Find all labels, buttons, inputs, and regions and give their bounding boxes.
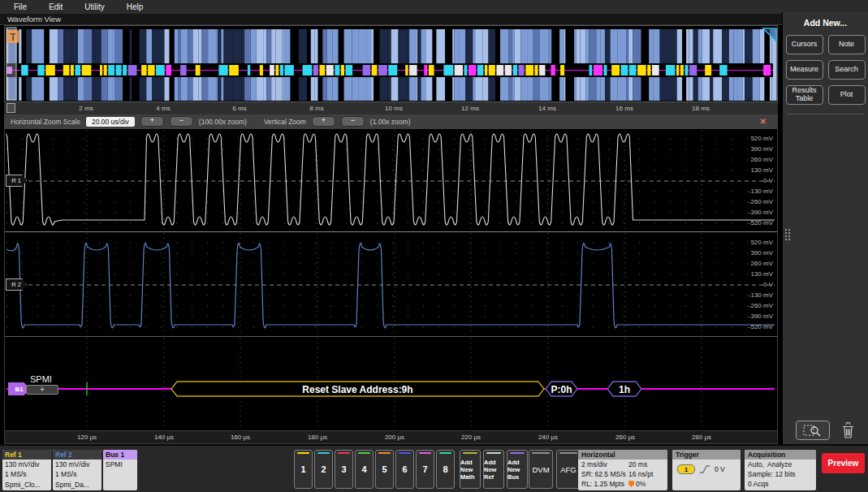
function-buttons: DVM AFG (529, 450, 581, 489)
channel-buttons: 12345678 (294, 450, 455, 489)
sidebar: Add New... CursorsNoteMeasureSearchResul… (782, 12, 868, 444)
menu-item-utility[interactable]: Utility (84, 2, 104, 11)
close-zoom-icon[interactable]: ✕ (760, 117, 767, 126)
v-zoom-label: Vertical Zoom (264, 118, 306, 126)
overview-strip[interactable]: T (4, 25, 778, 102)
bus-badge[interactable]: Bus 1SPMI (103, 450, 137, 490)
add-new-math-button[interactable]: Add New Math (460, 450, 481, 489)
zoom-region-handle[interactable] (6, 103, 15, 113)
overview-axis-label: 6 ms (232, 105, 246, 112)
dvm-button[interactable]: DVM (529, 450, 553, 489)
voltage-axis-label: -520 mV (718, 323, 773, 331)
horizontal-value: SR: 62.5 MS/s (581, 469, 628, 479)
overview-axis-label: 12 ms (461, 105, 479, 112)
voltage-axis-label: 520 mV (718, 239, 773, 247)
svg-text:Reset Slave Address:9h: Reset Slave Address:9h (302, 384, 412, 395)
graticule[interactable]: Reset Slave Address:9hP:0h1h R 1 R 2 B1 … (4, 128, 778, 444)
v-zoom-plus-button[interactable]: + (312, 116, 335, 127)
afg-button[interactable]: AFG (556, 450, 581, 489)
menu-item-file[interactable]: File (14, 2, 27, 11)
horizontal-rows: 2 ms/div20 msSR: 62.5 MS/s16 ns/ptRL: 1.… (578, 460, 667, 489)
channel-label: 8 (443, 464, 447, 474)
button-label: Add New Bus (507, 459, 527, 481)
channel-3-button[interactable]: 3 (335, 450, 353, 489)
preview-button[interactable]: Preview (822, 453, 865, 473)
add-new-ref-button[interactable]: Add New Ref (483, 450, 504, 489)
overview-axis-label: 4 ms (156, 105, 170, 112)
channel-label: 4 (361, 464, 366, 474)
trash-icon[interactable] (840, 422, 856, 439)
waveform-view-tab[interactable]: Waveform View (0, 14, 782, 25)
acquisition-panel[interactable]: Acquisition Auto, AnalyzeSample: 12 bits… (745, 450, 816, 490)
channel-label: 5 (382, 464, 386, 474)
h-zoom-plus-button[interactable]: + (140, 116, 164, 127)
horizontal-value: RL: 1.25 Mpts (581, 479, 628, 489)
ref-badge-line: Spmi_Da... (53, 480, 101, 490)
channel-1-button[interactable]: 1 (294, 450, 313, 489)
menu-item-help[interactable]: Help (127, 2, 144, 11)
voltage-axis-label: -520 mV (718, 219, 773, 227)
v-zoom-readout: (1.00x zoom) (370, 118, 411, 126)
add-new-results-table-button[interactable]: Results Table (786, 85, 823, 105)
channel-color-stripe (439, 452, 451, 454)
overview-waveform: T (5, 26, 777, 101)
voltage-axis-label: 390 mV (718, 145, 773, 153)
channel-5-button[interactable]: 5 (375, 450, 394, 489)
overview-axis-label: 14 ms (538, 105, 556, 112)
button-label: Add New Math (460, 459, 480, 481)
drag-handle-icon[interactable] (785, 229, 790, 240)
channel-color-stripe (317, 452, 330, 454)
ref-badge[interactable]: Ref 2130 mV/div1 MS/sSpmi_Da... (53, 450, 101, 490)
button-color-stripe (559, 452, 577, 454)
channel-7-button[interactable]: 7 (416, 450, 434, 489)
add-new-note-button[interactable]: Note (828, 35, 866, 54)
menu-item-edit[interactable]: Edit (49, 2, 63, 11)
v-zoom-minus-button[interactable]: − (341, 116, 365, 127)
zoom-select-icon (803, 424, 823, 437)
acquisition-line: Auto, Analyze (745, 460, 816, 469)
h-zoom-minus-button[interactable]: − (170, 116, 193, 127)
channel-4-button[interactable]: 4 (355, 450, 374, 489)
horizontal-row: RL: 1.25 Mpts0% (578, 479, 667, 489)
channel-6-button[interactable]: 6 (395, 450, 414, 489)
trigger-panel[interactable]: Trigger 1 0 V (672, 450, 741, 490)
button-color-stripe (486, 452, 501, 454)
status-bar: Ref 1130 mV/div1 MS/sSpmi_Clo...Ref 2130… (0, 444, 868, 492)
marker-icon (628, 481, 634, 487)
add-new-cursors-button[interactable]: Cursors (786, 35, 823, 54)
zoom-select-button[interactable] (796, 421, 830, 440)
horizontal-value: 20 ms (628, 460, 647, 469)
overview-axis-label: 2 ms (79, 105, 93, 112)
waveform-plot: Reset Slave Address:9hP:0h1h (5, 129, 777, 430)
bus-expand-button[interactable]: + (26, 385, 58, 395)
svg-text:1h: 1h (619, 384, 630, 395)
zoom-controls-bar: Horizontal Zoom Scale 20.00 us/div + − (… (4, 114, 778, 128)
horizontal-title: Horizontal (578, 450, 667, 460)
channel-label: 7 (422, 464, 427, 474)
add-new-measure-button[interactable]: Measure (786, 60, 823, 80)
dvm-label: DVM (532, 465, 549, 474)
channel-8-button[interactable]: 8 (436, 450, 455, 489)
voltage-axis-label: -260 mV (718, 302, 773, 310)
acquisition-title: Acquisition (745, 450, 816, 460)
add-new-title: Add New... (783, 18, 868, 28)
channel-2-button[interactable]: 2 (314, 450, 333, 489)
ref-badge-title: Ref 2 (53, 450, 101, 460)
voltage-axis-label: 130 mV (718, 166, 773, 175)
channel-color-stripe (297, 452, 309, 454)
ref-badge[interactable]: Ref 1130 mV/div1 MS/sSpmi_Clo... (2, 450, 51, 490)
zoom-axis-label: 160 µs (231, 434, 250, 441)
waveform-view: T 2 ms4 ms6 ms8 ms10 ms12 ms14 ms16 ms18… (4, 25, 778, 444)
button-color-stripe (510, 452, 525, 454)
afg-label: AFG (560, 465, 577, 474)
channel-label: 1 (300, 464, 305, 474)
add-new-bus-button[interactable]: Add New Bus (507, 450, 528, 489)
horizontal-value: 16 ns/pt (628, 469, 653, 479)
add-new-search-button[interactable]: Search (828, 60, 866, 80)
add-new-plot-button[interactable]: Plot (828, 85, 866, 105)
h-zoom-scale-label: Horizontal Zoom Scale (11, 118, 80, 126)
ref-badge-title: Ref 1 (2, 450, 51, 460)
h-zoom-scale-value[interactable]: 20.00 us/div (86, 117, 135, 127)
voltage-axis-label: -130 mV (718, 188, 773, 196)
horizontal-panel[interactable]: Horizontal 2 ms/div20 msSR: 62.5 MS/s16 … (578, 450, 667, 490)
